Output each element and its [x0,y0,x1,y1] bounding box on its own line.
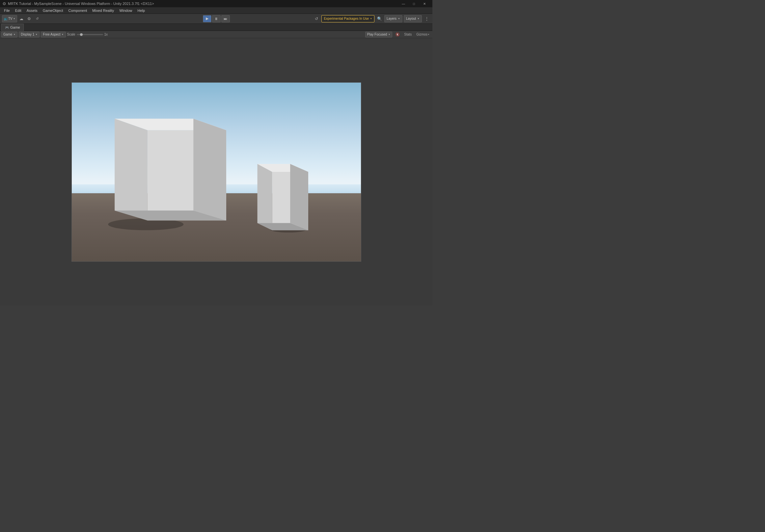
layers-label: Layers [386,17,396,20]
tv-dropdown[interactable]: 📺 TV ▼ [2,15,17,22]
aspect-chevron: ▼ [62,33,64,36]
menu-file[interactable]: File [1,7,13,14]
aspect-dropdown[interactable]: Free Aspect ▼ [41,32,66,38]
menu-window[interactable]: Window [117,7,135,14]
game-view-dropdown[interactable]: Game ▼ [1,32,17,38]
settings-button[interactable]: ⚙ [26,15,33,22]
tv-icon: 📺 [4,17,8,20]
play-focused-chevron: ▼ [388,33,390,36]
tv-chevron: ▼ [13,17,15,20]
experimental-label: Experimental Packages In Use [324,17,369,20]
scale-value: 1x [104,33,108,36]
game-tab-icon: 🎮 [5,26,9,29]
layout-dropdown[interactable]: Layout ▼ [404,15,422,22]
search-button[interactable]: 🔍 [376,15,383,22]
game-tab-label: Game [10,25,20,29]
menu-bar: File Edit Assets GameObject Component Mi… [0,7,432,14]
large-cube-left-face [115,119,148,220]
display-dropdown[interactable]: Display 1 ▼ [19,32,40,38]
tab-game[interactable]: 🎮 Game [1,24,24,31]
main-content [0,38,432,305]
minimize-button[interactable]: — [398,0,409,7]
play-focused-dropdown[interactable]: Play Focused ▼ [365,32,392,38]
tab-bar: 🎮 Game [0,24,432,31]
layout-chevron: ▼ [417,17,419,20]
app-icon: ⊙ [3,1,6,6]
pause-icon: ⏸ [214,17,218,21]
game-viewport [71,82,361,262]
gizmos-chevron: ▼ [427,33,430,36]
menu-edit[interactable]: Edit [13,7,24,14]
window-title: MRTK Tutorial - MySampleScene - Universa… [8,2,154,6]
step-icon: ⏭ [224,17,227,21]
undo-icon: ↺ [315,16,318,21]
menu-help[interactable]: Help [135,7,148,14]
small-cube-left-face [257,164,272,230]
experimental-chevron: ▼ [370,17,372,20]
more-options-button[interactable]: ⋮ [423,16,430,21]
display-chevron: ▼ [35,33,38,36]
search-icon: 🔍 [377,16,382,21]
collab-icon: ↺ [36,17,39,20]
menu-gameobject[interactable]: GameObject [40,7,66,14]
maximize-button[interactable]: □ [409,0,419,7]
small-cube-right-face [290,164,308,230]
scale-handle[interactable] [80,33,83,36]
play-controls: ▶ ⏸ ⏭ [203,15,230,22]
title-bar-controls: — □ ✕ [398,0,430,7]
view-bar: Game ▼ Display 1 ▼ Free Aspect ▼ Scale 1… [0,31,432,38]
scale-slider[interactable] [77,34,103,35]
mute-button[interactable]: 🔇 [394,32,401,38]
menu-assets[interactable]: Assets [24,7,40,14]
main-toolbar: 📺 TV ▼ ☁ ⚙ ↺ ▶ ⏸ ⏭ ↺ Experimental Packag… [0,14,432,24]
layers-dropdown[interactable]: Layers ▼ [384,15,402,22]
pause-button[interactable]: ⏸ [212,15,221,22]
layers-chevron: ▼ [398,17,400,20]
stats-label: Stats [404,33,411,36]
scale-label: Scale [67,33,75,36]
display-label: Display 1 [21,33,34,36]
gizmos-button[interactable]: Gizmos ▼ [415,32,431,38]
gizmos-label: Gizmos [416,33,427,36]
large-cube-right-face [193,119,226,220]
experimental-packages-button[interactable]: Experimental Packages In Use ▼ [322,15,375,22]
mute-icon: 🔇 [395,33,399,36]
stats-button[interactable]: Stats [403,32,413,38]
menu-component[interactable]: Component [66,7,90,14]
toolbar-right-group: ↺ Experimental Packages In Use ▼ 🔍 Layer… [313,15,430,22]
view-right-controls: Play Focused ▼ 🔇 Stats Gizmos ▼ [365,32,431,38]
play-button[interactable]: ▶ [203,15,212,22]
play-focused-label: Play Focused [367,33,387,36]
play-icon: ▶ [206,16,209,21]
game-view-chevron: ▼ [13,33,15,36]
layout-label: Layout [406,17,416,20]
scene-svg [72,83,361,262]
cloud-button[interactable]: ☁ [18,15,25,22]
aspect-label: Free Aspect [43,33,60,36]
scale-control: Scale 1x [67,33,108,36]
title-bar: ⊙ MRTK Tutorial - MySampleScene - Univer… [0,0,432,7]
undo-history-button[interactable]: ↺ [313,15,320,22]
title-bar-left: ⊙ MRTK Tutorial - MySampleScene - Univer… [3,1,154,6]
game-view-label: Game [3,33,12,36]
step-button[interactable]: ⏭ [221,15,230,22]
close-button[interactable]: ✕ [419,0,430,7]
toolbar-left-group: 📺 TV ▼ ☁ ⚙ ↺ [2,15,41,22]
collab-button[interactable]: ↺ [34,15,41,22]
menu-mixed-reality[interactable]: Mixed Reality [90,7,117,14]
